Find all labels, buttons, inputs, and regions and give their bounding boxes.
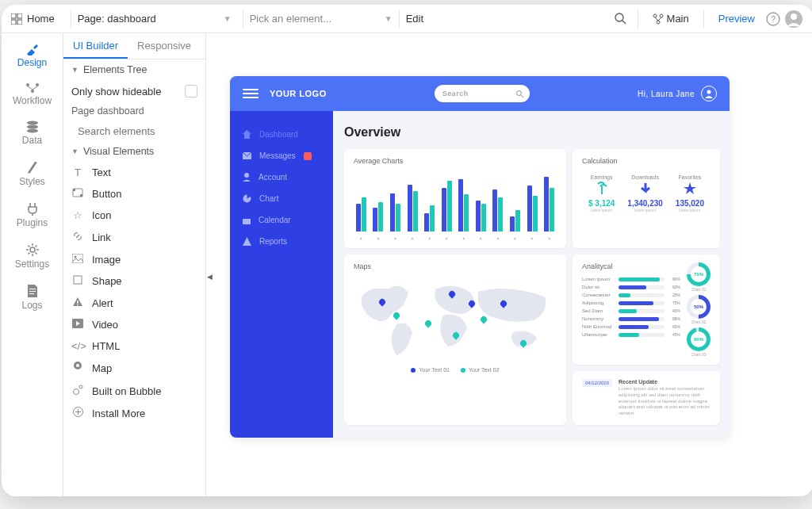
svg-text:?: ? [771,14,776,24]
rail-workflow[interactable]: Workflow [2,75,63,113]
page-node[interactable]: Page dashboard [63,102,205,121]
analytical-card: Analitycal Lorem Ipsum90%Dolor sit60%Con… [573,254,720,365]
svg-rect-30 [74,276,82,284]
element-map[interactable]: Map [63,357,205,380]
svg-point-35 [73,389,79,395]
side-chart[interactable]: Chart [230,188,333,209]
link-icon [71,231,84,244]
svg-line-5 [622,21,626,24]
svg-rect-22 [29,293,34,294]
maps-card: Maps [344,254,566,425]
element-html[interactable]: </>HTML [63,335,205,357]
branch-selector[interactable]: Main [653,13,689,25]
greeting-text: Hi, Laura Jane [638,90,695,98]
side-calendar[interactable]: Calendar [230,209,333,231]
svg-rect-31 [77,300,78,304]
element-button[interactable]: Button [63,183,205,205]
search-button[interactable] [611,9,631,29]
button-icon [71,188,84,200]
tab-ui-builder[interactable]: UI Builder [63,33,128,59]
warning-icon [243,237,251,246]
svg-point-14 [36,83,39,86]
calendar-icon [243,216,251,224]
element-install-more[interactable]: Install More [63,402,205,424]
rail-styles[interactable]: Styles [2,152,63,193]
svg-rect-45 [243,217,251,219]
rail-design[interactable]: Design [2,33,63,75]
svg-point-6 [653,14,657,17]
video-icon [71,319,84,331]
dash-search-input[interactable]: Search [435,85,530,102]
stat-earnings: Earnings$ 3,124lorem ipsum [588,174,615,212]
home-button[interactable]: Home [11,13,55,25]
burger-icon [243,86,259,101]
element-alert[interactable]: Alert [63,292,205,314]
caret-down-icon: ▼ [71,66,79,74]
visual-elements-header[interactable]: ▼Visual Elements [63,141,205,162]
svg-point-29 [75,256,77,258]
side-reports[interactable]: Reports [230,231,333,252]
shape-icon [71,275,84,287]
rail-plugins[interactable]: Plugins [2,193,63,235]
help-icon: ? [766,12,780,26]
apps-icon [11,13,22,25]
topbar: Home Page: dashboard ▼ Pick an element..… [2,5,812,33]
dash-sidebar: Dashboard Messages Account Chart Calenda… [230,111,333,438]
avg-charts-card: Average Charts ▲▲▲▲▲▲▲▲▲▲▲▲ [344,149,566,248]
element-built-on-bubble[interactable]: Built on Bubble [63,380,205,402]
element-video[interactable]: Video [63,314,205,335]
pie-icon [243,194,251,203]
side-dashboard[interactable]: Dashboard [230,124,333,145]
element-icon[interactable]: ☆Icon [63,205,205,226]
svg-point-17 [27,125,38,129]
user-avatar [701,86,717,101]
page-selector[interactable]: Page: dashboard ▼ [78,13,236,25]
svg-point-19 [30,247,35,252]
rail-logs[interactable]: Logs [2,276,63,317]
home-icon [243,130,251,139]
elements-tree-header[interactable]: ▼Elements Tree [63,59,205,80]
overview-heading: Overview [344,125,720,140]
svg-rect-27 [80,194,82,197]
mail-icon [243,152,251,159]
element-link[interactable]: Link [63,226,205,249]
svg-rect-3 [17,20,22,25]
svg-point-8 [657,21,660,24]
preview-button[interactable]: Preview [718,13,755,25]
caret-down-icon: ▼ [71,147,79,155]
chevron-down-icon: ▼ [224,14,232,23]
text-icon: T [71,166,84,178]
edit-menu[interactable]: Edit [406,13,423,25]
search-elements-input[interactable] [63,121,205,141]
dashboard-preview[interactable]: YOUR LOGO Search Hi, Laura Jane Dashboar… [230,76,730,438]
panel-collapse-handle[interactable]: ◀ [206,265,213,289]
svg-rect-20 [29,289,36,289]
rail-settings[interactable]: Settings [2,235,63,276]
left-rail: Design Workflow Data Styles Plugins Sett… [2,33,63,496]
svg-point-36 [79,385,82,388]
pin-icon [71,362,84,375]
element-picker[interactable]: Pick an element... ▼ [250,13,393,25]
user-avatar-icon [785,10,802,28]
svg-point-13 [26,83,29,86]
user-icon [243,173,251,182]
tab-responsive[interactable]: Responsive [128,33,201,59]
svg-point-16 [27,121,38,125]
rail-data[interactable]: Data [2,113,63,152]
element-image[interactable]: Image [63,249,205,270]
page-selector-label: Page: dashboard [78,13,156,25]
logo-text: YOUR LOGO [270,89,327,98]
side-account[interactable]: Account [230,166,333,188]
svg-rect-2 [11,20,16,25]
svg-point-34 [76,364,79,367]
only-show-hideable-toggle[interactable]: Only show hideable [63,80,205,102]
canvas[interactable]: ◀ YOUR LOGO Search Hi, Laura Jane [206,33,812,496]
element-text[interactable]: TText [63,162,205,183]
calculation-card: Calculation Earnings$ 3,124lorem ipsumDo… [573,149,720,248]
stat-downloads: Downloads1,340,230lorem ipsum [627,174,663,212]
element-shape[interactable]: Shape [63,270,205,292]
side-messages[interactable]: Messages [230,145,333,166]
help-button[interactable]: ? [763,9,783,29]
bubble-icon [71,385,84,397]
account-button[interactable] [783,9,804,29]
